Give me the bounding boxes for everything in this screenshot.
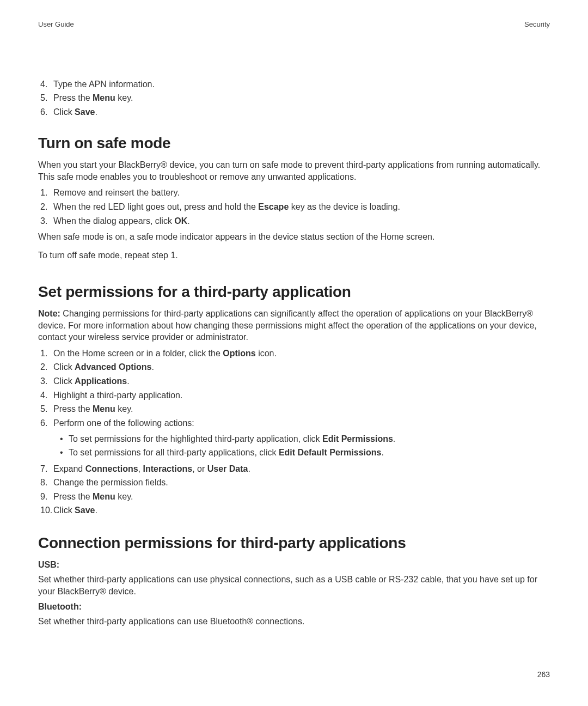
- step-number: 1.: [38, 348, 53, 360]
- def-body-bluetooth: Set whether third-party applications can…: [38, 616, 550, 628]
- step-text: Press the Menu key.: [53, 92, 550, 104]
- list-item: 6. Perform one of the following actions:: [38, 417, 550, 429]
- list-item: 1. Remove and reinsert the battery.: [38, 187, 550, 199]
- step-number: 6.: [38, 417, 53, 429]
- step-number: 5.: [38, 92, 53, 104]
- step-text: Press the Menu key.: [53, 491, 550, 503]
- list-item: 2. When the red LED light goes out, pres…: [38, 201, 550, 213]
- step-number: 9.: [38, 491, 53, 503]
- def-body-usb: Set whether third-party applications can…: [38, 574, 550, 597]
- list-item: 10. Click Save.: [38, 504, 550, 516]
- list-item: 8. Change the permission fields.: [38, 477, 550, 489]
- step-text: Type the APN information.: [53, 78, 550, 90]
- safe-mode-steps: 1. Remove and reinsert the battery. 2. W…: [38, 187, 550, 227]
- step-number: 4.: [38, 389, 53, 401]
- list-item: 3. When the dialog appears, click OK.: [38, 215, 550, 227]
- step-text: When the dialog appears, click OK.: [53, 215, 550, 227]
- step-text: Remove and reinsert the battery.: [53, 187, 550, 199]
- step-text: On the Home screen or in a folder, click…: [53, 348, 550, 360]
- step-number: 2.: [38, 361, 53, 373]
- def-label-usb: USB:: [38, 559, 550, 571]
- list-item: 4. Highlight a third-party application.: [38, 389, 550, 401]
- safe-mode-note-2: To turn off safe mode, repeat step 1.: [38, 249, 550, 261]
- heading-safe-mode: Turn on safe mode: [38, 133, 550, 154]
- step-text: Perform one of the following actions:: [53, 417, 550, 429]
- list-item: 3. Click Applications.: [38, 375, 550, 387]
- permissions-note: Note: Changing permissions for third-par…: [38, 308, 550, 343]
- step-number: 5.: [38, 403, 53, 415]
- step-text: Press the Menu key.: [53, 403, 550, 415]
- step-number: 4.: [38, 78, 53, 90]
- header-left: User Guide: [38, 20, 74, 29]
- step-text: Click Applications.: [53, 375, 550, 387]
- step-text: Click Save.: [53, 106, 550, 118]
- list-item: 5. Press the Menu key.: [38, 92, 550, 104]
- page: User Guide Security 4. Type the APN info…: [0, 0, 588, 706]
- safe-mode-note-1: When safe mode is on, a safe mode indica…: [38, 231, 550, 243]
- heading-set-permissions: Set permissions for a third-party applic…: [38, 282, 550, 302]
- step-text: Change the permission fields.: [53, 477, 550, 489]
- step-text: Highlight a third-party application.: [53, 389, 550, 401]
- step-number: 1.: [38, 187, 53, 199]
- permissions-steps: 1. On the Home screen or in a folder, cl…: [38, 348, 550, 429]
- list-item: To set permissions for all third-party a…: [59, 447, 550, 459]
- list-item: 4. Type the APN information.: [38, 78, 550, 90]
- step-text: When the red LED light goes out, press a…: [53, 201, 550, 213]
- list-item: 5. Press the Menu key.: [38, 403, 550, 415]
- heading-connection-permissions: Connection permissions for third-party a…: [38, 533, 550, 553]
- step-number: 6.: [38, 106, 53, 118]
- step-text: Click Save.: [53, 504, 550, 516]
- step-number: 3.: [38, 375, 53, 387]
- list-item: 6. Click Save.: [38, 106, 550, 118]
- page-number: 263: [537, 670, 550, 680]
- safe-mode-intro: When you start your BlackBerry® device, …: [38, 159, 550, 182]
- list-item: 1. On the Home screen or in a folder, cl…: [38, 348, 550, 360]
- list-item: 9. Press the Menu key.: [38, 491, 550, 503]
- list-item: 2. Click Advanced Options.: [38, 361, 550, 373]
- def-label-bluetooth: Bluetooth:: [38, 601, 550, 613]
- apn-steps-continued: 4. Type the APN information. 5. Press th…: [38, 78, 550, 118]
- step-number: 8.: [38, 477, 53, 489]
- step-number: 7.: [38, 463, 53, 475]
- step-number: 2.: [38, 201, 53, 213]
- header-right: Security: [524, 20, 550, 29]
- list-item: 7. Expand Connections, Interactions, or …: [38, 463, 550, 475]
- step-number: 3.: [38, 215, 53, 227]
- permissions-sub-bullets: To set permissions for the highlighted t…: [59, 433, 550, 458]
- step-text: Click Advanced Options.: [53, 361, 550, 373]
- step-number: 10.: [38, 504, 53, 516]
- page-header: User Guide Security: [38, 20, 550, 29]
- note-label: Note:: [38, 309, 60, 318]
- step-text: Expand Connections, Interactions, or Use…: [53, 463, 550, 475]
- permissions-steps-continued: 7. Expand Connections, Interactions, or …: [38, 463, 550, 516]
- list-item: To set permissions for the highlighted t…: [59, 433, 550, 445]
